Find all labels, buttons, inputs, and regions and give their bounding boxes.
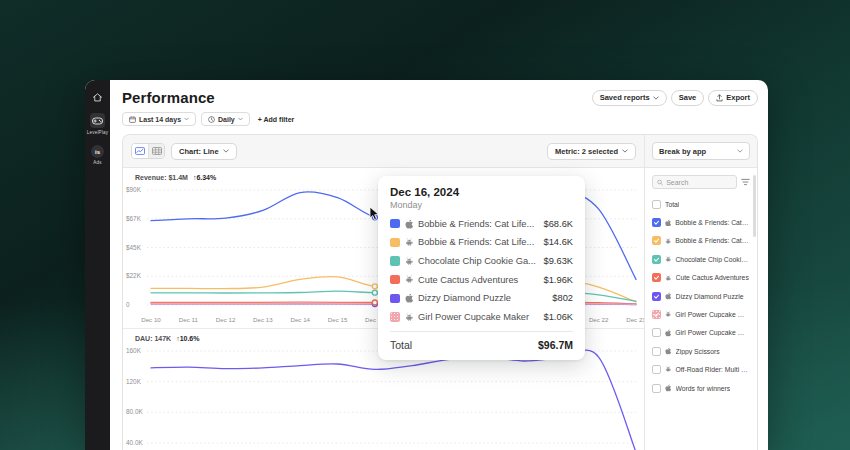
date-range-label: Last 14 days — [139, 116, 181, 123]
tooltip-app-name: Chocolate Chip Cookie Ga... — [418, 256, 539, 266]
svg-text:Dec 10: Dec 10 — [141, 316, 161, 323]
chevron-down-icon — [184, 117, 189, 121]
chevron-down-icon — [622, 149, 628, 153]
break-by-dropdown[interactable]: Break by app — [652, 142, 750, 160]
app-filter-item[interactable]: Bobbie & Friends: Cat L... — [652, 232, 750, 250]
sidebar-item-home[interactable] — [92, 92, 103, 103]
app-filter-item[interactable]: Zippy Scissors — [652, 342, 750, 360]
apple-icon — [665, 384, 672, 392]
save-button[interactable]: Save — [671, 90, 705, 106]
chart-type-dropdown[interactable]: Chart: Line — [171, 143, 237, 160]
series-swatch — [390, 294, 400, 304]
table-view-toggle[interactable] — [148, 144, 164, 158]
android-icon — [665, 275, 672, 282]
app-filter-item[interactable]: Total — [652, 195, 750, 213]
tooltip-row: Bobbie & Friends: Cat Life...$14.6K — [390, 237, 573, 247]
export-button[interactable]: Export — [708, 90, 758, 106]
date-range-filter[interactable]: Last 14 days — [122, 112, 196, 126]
series-swatch — [390, 238, 400, 248]
apple-icon — [665, 329, 671, 337]
header-actions: Saved reports Save Export — [592, 90, 758, 106]
tooltip-row: Bobbie & Friends: Cat Life...$68.6K — [390, 219, 573, 229]
checkbox-checked[interactable] — [652, 236, 661, 245]
android-icon — [665, 366, 671, 373]
chevron-down-icon — [238, 117, 243, 121]
tooltip-app-name: Bobbie & Friends: Cat Life... — [418, 237, 539, 247]
granularity-filter[interactable]: Daily — [201, 112, 250, 126]
tooltip-app-value: $68.6K — [544, 219, 573, 229]
app-filter-label: Bobbie & Friends: Cat L... — [675, 237, 750, 244]
sidebar-item-ads[interactable]: is Ads — [91, 145, 104, 165]
series-swatch — [390, 312, 400, 322]
svg-text:Dec 12: Dec 12 — [216, 316, 236, 323]
app-filter-label: Girl Power Cupcake Ma... — [675, 311, 750, 318]
chart-type-label: Chart: Line — [179, 147, 219, 156]
line-view-toggle[interactable] — [132, 144, 148, 158]
table-icon — [152, 147, 162, 155]
sidebar-item-label: LevelPlay — [87, 130, 108, 135]
app-filter-item[interactable]: Dizzy Diamond Puzzle — [652, 287, 750, 305]
app-filter-label: Dizzy Diamond Puzzle — [676, 293, 744, 300]
chevron-down-icon — [737, 149, 743, 153]
search-input[interactable] — [666, 179, 732, 186]
checkbox-checked[interactable] — [652, 255, 661, 264]
mouse-cursor — [369, 206, 380, 221]
checkbox-unchecked[interactable] — [652, 365, 661, 374]
tooltip-row: Chocolate Chip Cookie Ga...$9.63K — [390, 256, 573, 266]
android-icon — [665, 238, 671, 245]
panel-scrollbar[interactable] — [753, 175, 756, 237]
search-box — [652, 175, 737, 189]
sidebar-item-levelplay[interactable]: LevelPlay — [87, 113, 108, 135]
export-label: Export — [726, 93, 750, 102]
tooltip-app-name: Girl Power Cupcake Maker — [418, 312, 539, 322]
checkbox-checked[interactable] — [652, 292, 661, 301]
series-swatch — [390, 219, 400, 229]
tooltip-app-value: $1.96K — [544, 275, 573, 285]
metric-dropdown[interactable]: Metric: 2 selected — [547, 143, 636, 160]
saved-reports-label: Saved reports — [600, 93, 650, 102]
android-icon — [665, 311, 671, 318]
app-filter-item[interactable]: Chocolate Chip Cookie... — [652, 250, 750, 268]
breakdown-panel: Break by app TotalBobbie & Friend — [644, 135, 757, 450]
checkbox-unchecked[interactable] — [652, 328, 661, 337]
app-filter-item[interactable]: Bobbie & Friends: Cat L... — [652, 213, 750, 231]
apple-icon — [405, 219, 414, 229]
app-filter-item[interactable]: Words for winners — [652, 379, 750, 397]
search-icon — [657, 179, 663, 186]
checkbox-checked[interactable] — [652, 273, 661, 282]
breakdown-body: TotalBobbie & Friends: Cat L...Bobbie & … — [645, 168, 757, 397]
android-icon — [405, 313, 414, 322]
android-icon — [405, 275, 414, 284]
home-icon — [92, 92, 103, 103]
checkbox-unchecked[interactable] — [652, 347, 661, 356]
apple-icon — [665, 219, 671, 227]
app-filter-label: Off-Road Rider: Multi L... — [675, 366, 750, 373]
app-filter-label: Cute Cactus Adventures — [676, 274, 749, 281]
tooltip-row: Girl Power Cupcake Maker$1.06K — [390, 312, 573, 322]
app-filter-item[interactable]: Girl Power Cupcake Ma... — [652, 305, 750, 323]
tooltip-total-row: Total $96.7M — [390, 339, 573, 351]
saved-reports-button[interactable]: Saved reports — [592, 90, 667, 106]
app-filter-item[interactable]: Cute Cactus Adventures — [652, 269, 750, 287]
ads-icon: is — [91, 145, 104, 158]
revenue-delta: ↑6.34% — [193, 174, 216, 181]
app-filter-item[interactable]: Off-Road Rider: Multi L... — [652, 361, 750, 379]
checkbox-checked[interactable] — [652, 310, 661, 319]
svg-text:Dec 11: Dec 11 — [179, 316, 199, 323]
app-nav-rail: LevelPlay is Ads — [85, 80, 110, 450]
app-filter-list: TotalBobbie & Friends: Cat L...Bobbie & … — [652, 195, 750, 397]
svg-text:80.0K: 80.0K — [126, 408, 143, 415]
app-filter-item[interactable]: Girl Power Cupcake Ma... — [652, 324, 750, 342]
checkbox-checked[interactable] — [652, 218, 661, 227]
checkbox-unchecked[interactable] — [652, 200, 661, 209]
android-icon — [665, 256, 671, 263]
view-toggle — [131, 143, 165, 159]
checkbox-unchecked[interactable] — [652, 384, 661, 393]
tooltip-rows: Bobbie & Friends: Cat Life...$68.6KBobbi… — [390, 219, 573, 322]
add-filter-button[interactable]: + Add filter — [258, 116, 295, 123]
chevron-down-icon — [653, 96, 659, 100]
filter-lines-icon[interactable] — [741, 178, 750, 186]
tooltip-divider — [390, 331, 573, 332]
tooltip-day: Monday — [390, 200, 573, 210]
metric-label: Metric: 2 selected — [555, 147, 618, 156]
